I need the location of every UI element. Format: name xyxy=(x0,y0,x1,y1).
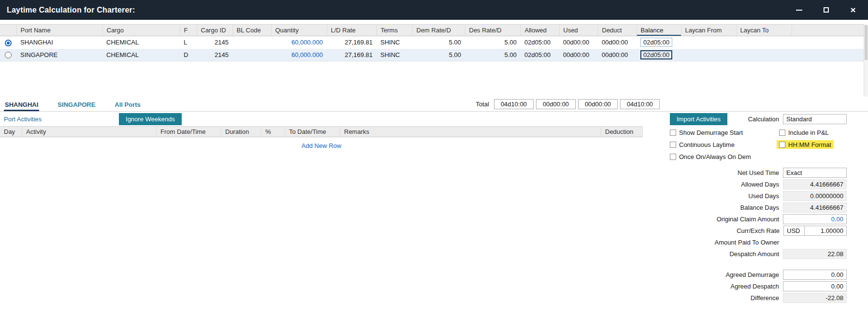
checkbox-show-demurrage-start[interactable]: Show Demurrage Start xyxy=(670,128,779,137)
maximize-button[interactable] xyxy=(820,4,832,16)
field-label: Balance Days xyxy=(740,204,779,211)
cell-balance[interactable]: 02d05:00 xyxy=(637,49,681,61)
column-header-select xyxy=(0,25,16,36)
column-header-terms[interactable]: Terms xyxy=(376,25,412,36)
field-original-claim-amount: Original Claim Amount 0.00 xyxy=(670,214,847,224)
agreed-demurrage-input[interactable]: 0.00 xyxy=(783,270,847,280)
cell-quantity[interactable]: 60,000.000 xyxy=(271,36,327,49)
add-new-row-link[interactable]: Add New Row xyxy=(302,142,341,149)
agreed-fields: Agreed Demurrage 0.00 Agreed Despatch 0.… xyxy=(670,270,847,303)
cell-ld-rate[interactable]: 27,169.81 xyxy=(327,36,376,49)
column-header-des-rate[interactable]: Des Rate/D xyxy=(465,25,521,36)
cell-des-rate[interactable]: 5.00 xyxy=(465,36,521,49)
exchange-rate-input[interactable]: 1.00000 xyxy=(804,226,847,236)
cell-allowed[interactable]: 02d05:00 xyxy=(521,36,559,49)
cell-cargo[interactable]: CHEMICAL xyxy=(102,36,180,49)
balance-value-box[interactable]: 02d05:00 xyxy=(640,38,672,47)
column-header-laycan-to[interactable]: Laycan To xyxy=(736,25,792,36)
cell-ld-rate[interactable]: 27,169.81 xyxy=(327,49,376,61)
field-label: Agreed Despatch xyxy=(731,283,779,290)
cell-laycan-to[interactable] xyxy=(736,49,792,61)
checkbox-hhmm-format[interactable]: HH:MM Format xyxy=(777,140,834,149)
net-used-time-value: Exact xyxy=(786,169,802,176)
currency-select[interactable]: USD xyxy=(783,226,805,236)
cargo-row-singapore[interactable]: SINGAPORE CHEMICAL D 2145 60,000.000 27,… xyxy=(0,49,868,61)
agreed-despatch-input[interactable]: 0.00 xyxy=(783,281,847,291)
cell-f[interactable]: D xyxy=(180,49,197,61)
tab-shanghai[interactable]: SHANGHAI xyxy=(4,99,39,111)
cell-terms[interactable]: SHINC xyxy=(376,49,412,61)
column-header-allowed[interactable]: Allowed xyxy=(521,25,559,36)
close-button[interactable]: × xyxy=(847,4,859,16)
cargo-row-shanghai[interactable]: SHANGHAI CHEMICAL L 2145 60,000.000 27,1… xyxy=(0,36,868,49)
checkbox-icon xyxy=(779,130,785,136)
column-header-dem-rate[interactable]: Dem Rate/D xyxy=(412,25,465,36)
cell-balance[interactable]: 02d05:00 xyxy=(637,36,681,49)
checkbox-continuous-laytime[interactable]: Continuous Laytime xyxy=(670,140,779,149)
cell-laycan-from[interactable] xyxy=(681,36,736,49)
scrollbar-thumb[interactable] xyxy=(865,25,868,60)
row-select-cell[interactable] xyxy=(0,49,16,61)
ignore-weekends-button[interactable]: Ignore Weekends xyxy=(119,113,182,125)
field-curr-exch-rate: Curr/Exch Rate USD 1.00000 xyxy=(670,226,847,236)
cell-bl-code[interactable] xyxy=(232,36,271,49)
cell-deduct[interactable]: 00d00:00 xyxy=(598,49,637,61)
vertical-scrollbar[interactable] xyxy=(864,24,868,97)
row-select-cell[interactable] xyxy=(0,36,16,49)
cell-cargo-id[interactable]: 2145 xyxy=(197,36,232,49)
original-claim-amount-input[interactable]: 0.00 xyxy=(783,214,847,224)
column-header-laycan-from[interactable]: Laycan From xyxy=(681,25,736,36)
cell-quantity[interactable]: 60,000.000 xyxy=(271,49,327,61)
cell-port-name[interactable]: SINGAPORE xyxy=(16,49,102,61)
cell-des-rate[interactable]: 5.00 xyxy=(465,49,521,61)
field-label: Difference xyxy=(751,294,779,302)
cell-laycan-to[interactable] xyxy=(736,36,792,49)
cell-terms[interactable]: SHINC xyxy=(376,36,412,49)
column-header-bl-code[interactable]: BL Code xyxy=(232,25,271,36)
cell-deduct[interactable]: 00d00:00 xyxy=(598,36,637,49)
radio-unselected-icon[interactable] xyxy=(5,52,12,58)
cell-dem-rate[interactable]: 5.00 xyxy=(412,49,465,61)
minimize-button[interactable] xyxy=(793,4,805,16)
total-deduct: 00d00:00 xyxy=(578,99,618,109)
checkbox-once-on-always-on-dem[interactable]: Once On/Always On Dem xyxy=(670,152,779,161)
column-header-ld-rate[interactable]: L/D Rate xyxy=(327,25,376,36)
cell-f[interactable]: L xyxy=(180,36,197,49)
balance-value-box-focused[interactable]: 02d05:00 xyxy=(640,50,672,59)
cell-laycan-from[interactable] xyxy=(681,49,736,61)
cell-cargo[interactable]: CHEMICAL xyxy=(102,49,180,61)
amount-paid-to-owner-input[interactable] xyxy=(783,237,847,247)
net-used-time-select[interactable]: Exact xyxy=(783,168,847,178)
tab-singapore[interactable]: SINGAPORE xyxy=(57,99,96,111)
column-header-balance[interactable]: Balance xyxy=(637,25,681,36)
import-activities-button[interactable]: Import Activities xyxy=(670,113,727,125)
field-label: Original Claim Amount xyxy=(717,216,779,223)
value-text: 22.08 xyxy=(827,250,843,258)
column-header-quantity[interactable]: Quantity xyxy=(271,25,327,36)
cell-used[interactable]: 00d00:00 xyxy=(559,36,598,49)
column-header-deduct[interactable]: Deduct xyxy=(598,25,637,36)
tab-all-ports[interactable]: All Ports xyxy=(114,99,141,111)
column-header-cargo-id[interactable]: Cargo ID xyxy=(197,25,232,36)
cell-cargo-id[interactable]: 2145 xyxy=(197,49,232,61)
radio-selected-icon[interactable] xyxy=(5,40,12,46)
checkbox-icon xyxy=(779,142,785,148)
column-header-filler xyxy=(792,25,868,36)
port-activities-section: Port Activities Ignore Weekends Day Acti… xyxy=(0,112,643,149)
field-difference: Difference -22.08 xyxy=(670,293,847,303)
cell-bl-code[interactable] xyxy=(232,49,271,61)
cell-port-name[interactable]: SHANGHAI xyxy=(16,36,102,49)
cell-dem-rate[interactable]: 5.00 xyxy=(412,36,465,49)
column-header-cargo[interactable]: Cargo xyxy=(102,25,180,36)
cell-allowed[interactable]: 02d05:00 xyxy=(521,49,559,61)
column-header-port-name[interactable]: Port Name xyxy=(16,25,102,36)
field-allowed-days: Allowed Days 4.41666667 xyxy=(670,179,847,189)
calculation-select[interactable]: Standard xyxy=(783,114,847,124)
allowed-days-value: 4.41666667 xyxy=(783,179,847,189)
checkbox-include-in-pnl[interactable]: Include in P&L xyxy=(779,128,847,137)
column-header-used[interactable]: Used xyxy=(559,25,598,36)
used-days-value: 0.00000000 xyxy=(783,191,847,201)
calculation-label: Calculation xyxy=(748,116,779,123)
column-header-f[interactable]: F xyxy=(180,25,197,36)
cell-used[interactable]: 00d00:00 xyxy=(559,49,598,61)
